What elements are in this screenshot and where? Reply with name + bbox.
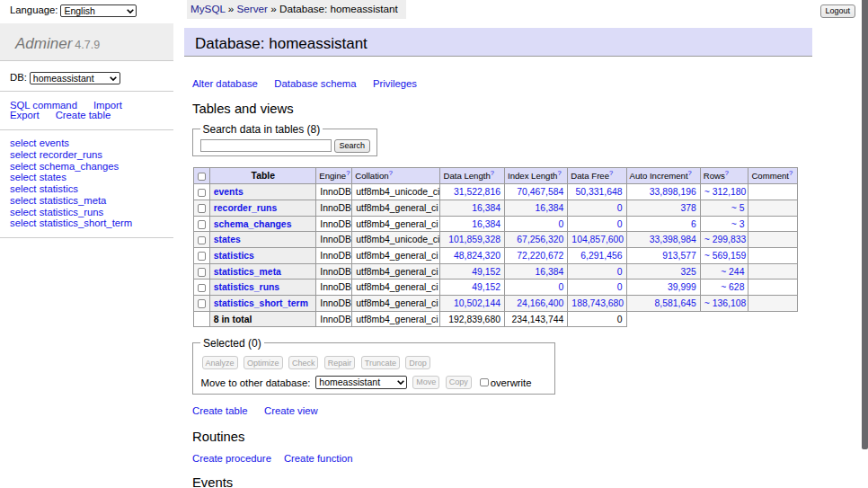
index-length-link[interactable]: 0 xyxy=(559,219,564,229)
data-free-link[interactable]: 50,331,648 xyxy=(576,187,623,197)
create-procedure-link[interactable]: Create procedure xyxy=(192,453,271,464)
sidebar-link-create-table[interactable]: Create table xyxy=(56,110,111,120)
sidebar-select-events[interactable]: select events xyxy=(10,138,69,148)
help-icon[interactable]: ? xyxy=(609,169,613,177)
analyze-button[interactable]: Analyze xyxy=(202,356,238,369)
repair-button[interactable]: Repair xyxy=(324,356,356,369)
data-free-link[interactable]: 0 xyxy=(617,219,623,229)
table-link-statistics_meta[interactable]: statistics_meta xyxy=(214,267,281,277)
row-checkbox[interactable] xyxy=(198,204,207,213)
rows-link[interactable]: ~ 3 xyxy=(731,219,745,229)
data-free-link[interactable]: 104,857,600 xyxy=(571,235,624,244)
adminer-version[interactable]: 4.7.9 xyxy=(75,39,100,51)
auto-increment-link[interactable]: 39,999 xyxy=(668,282,696,292)
index-length-link[interactable]: 24,166,400 xyxy=(517,298,563,308)
data-length-link[interactable]: 49,152 xyxy=(472,282,500,292)
sidebar-select-statistics[interactable]: select statistics xyxy=(10,183,78,194)
help-icon[interactable]: ? xyxy=(491,169,494,177)
table-link-events[interactable]: events xyxy=(214,187,244,197)
row-checkbox[interactable] xyxy=(198,284,207,293)
auto-increment-link[interactable]: 913,577 xyxy=(662,251,696,261)
data-free-link[interactable]: 6,291,456 xyxy=(580,251,622,261)
privileges-link[interactable]: Privileges xyxy=(373,78,417,89)
data-length-link[interactable]: 10,502,144 xyxy=(454,298,500,308)
sidebar-link-export[interactable]: Export xyxy=(10,110,40,120)
table-link-schema_changes[interactable]: schema_changes xyxy=(214,219,292,229)
rows-link[interactable]: ~ 299,833 xyxy=(704,235,747,244)
help-icon[interactable]: ? xyxy=(688,169,692,177)
rows-link[interactable]: ~ 5 xyxy=(731,203,745,213)
sidebar-select-statistics_runs[interactable]: select statistics_runs xyxy=(10,207,103,217)
index-length-link[interactable]: 67,256,320 xyxy=(517,235,563,244)
table-link-statistics_short_term[interactable]: statistics_short_term xyxy=(214,298,308,308)
table-link-statistics[interactable]: statistics xyxy=(214,251,254,261)
logout-button[interactable]: Logout xyxy=(820,4,855,18)
data-free-link[interactable]: 0 xyxy=(617,282,623,292)
data-free-link[interactable]: 188,743,680 xyxy=(571,298,624,308)
help-icon[interactable]: ? xyxy=(389,169,393,177)
index-length-link[interactable]: 72,220,672 xyxy=(517,251,563,261)
row-checkbox[interactable] xyxy=(198,252,207,261)
data-length-link[interactable]: 48,824,320 xyxy=(454,251,500,261)
rows-link[interactable]: ~ 312,180 xyxy=(704,187,747,197)
data-length-link[interactable]: 101,859,328 xyxy=(448,235,500,244)
drop-button[interactable]: Drop xyxy=(405,356,430,369)
help-icon[interactable]: ? xyxy=(557,169,561,177)
help-icon[interactable]: ? xyxy=(346,169,350,177)
data-length-link[interactable]: 31,522,816 xyxy=(454,187,500,197)
table-link-statistics_runs[interactable]: statistics_runs xyxy=(214,282,279,292)
data-free-link[interactable]: 0 xyxy=(617,203,623,213)
data-length-link[interactable]: 16,384 xyxy=(472,203,500,213)
help-icon[interactable]: ? xyxy=(789,169,793,177)
db-select[interactable]: homeassistant xyxy=(30,72,120,84)
row-checkbox[interactable] xyxy=(198,220,207,229)
adminer-title[interactable]: Adminer xyxy=(15,35,72,52)
row-checkbox[interactable] xyxy=(198,189,207,198)
create-view-link[interactable]: Create view xyxy=(264,405,318,416)
select-all-checkbox[interactable] xyxy=(198,173,207,182)
data-length-link[interactable]: 49,152 xyxy=(472,267,500,277)
auto-increment-link[interactable]: 6 xyxy=(691,219,696,229)
sidebar-select-recorder_runs[interactable]: select recorder_runs xyxy=(10,149,102,160)
row-checkbox[interactable] xyxy=(198,236,207,245)
index-length-link[interactable]: 16,384 xyxy=(536,203,564,213)
create-function-link[interactable]: Create function xyxy=(284,453,353,464)
optimize-button[interactable]: Optimize xyxy=(244,356,283,369)
sidebar-select-statistics_short_term[interactable]: select statistics_short_term xyxy=(10,217,132,228)
help-icon[interactable]: ? xyxy=(725,169,729,177)
data-length-link[interactable]: 16,384 xyxy=(472,219,500,229)
database-schema-link[interactable]: Database schema xyxy=(274,78,356,89)
search-input[interactable] xyxy=(200,139,332,152)
sidebar-link-import[interactable]: Import xyxy=(93,100,122,111)
index-length-link[interactable]: 16,384 xyxy=(536,267,564,277)
rows-link[interactable]: ~ 628 xyxy=(721,282,744,292)
rows-link[interactable]: ~ 569,159 xyxy=(704,251,747,261)
data-free-link[interactable]: 0 xyxy=(617,267,623,277)
auto-increment-link[interactable]: 8,581,645 xyxy=(655,298,696,308)
row-checkbox[interactable] xyxy=(198,299,207,308)
move-button[interactable]: Move xyxy=(412,376,439,389)
table-link-states[interactable]: states xyxy=(214,235,241,244)
truncate-button[interactable]: Truncate xyxy=(361,356,400,369)
overwrite-checkbox[interactable] xyxy=(480,378,489,387)
rows-link[interactable]: ~ 136,108 xyxy=(704,298,747,308)
rows-link[interactable]: ~ 244 xyxy=(721,267,744,277)
copy-button[interactable]: Copy xyxy=(446,376,472,389)
table-link-recorder_runs[interactable]: recorder_runs xyxy=(214,203,277,213)
alter-database-link[interactable]: Alter database xyxy=(192,78,258,89)
index-length-link[interactable]: 70,467,584 xyxy=(517,187,563,197)
create-table-link[interactable]: Create table xyxy=(192,405,248,416)
sidebar-select-statistics_meta[interactable]: select statistics_meta xyxy=(10,195,106,206)
auto-increment-link[interactable]: 33,398,984 xyxy=(650,235,696,244)
search-button[interactable]: Search xyxy=(334,139,371,153)
index-length-link[interactable]: 0 xyxy=(559,282,564,292)
sidebar-link-sql-command[interactable]: SQL command xyxy=(10,100,77,111)
scrollbar-thumb[interactable] xyxy=(862,0,868,449)
auto-increment-link[interactable]: 378 xyxy=(680,203,695,213)
row-checkbox[interactable] xyxy=(198,268,207,277)
auto-increment-link[interactable]: 33,898,196 xyxy=(650,187,696,197)
sidebar-select-schema_changes[interactable]: select schema_changes xyxy=(10,161,119,172)
sidebar-select-states[interactable]: select states xyxy=(10,172,66,182)
check-button[interactable]: Check xyxy=(288,356,319,369)
move-database-select[interactable]: homeassistant xyxy=(315,376,407,390)
